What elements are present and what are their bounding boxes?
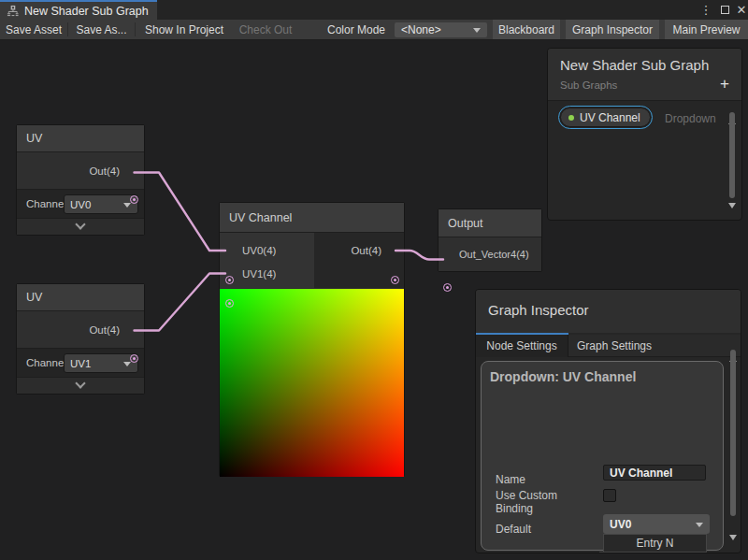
tab-title: New Shader Sub Graph <box>24 5 149 18</box>
shader-sub-graph-icon <box>7 5 19 17</box>
channel-dropdown[interactable]: UV1 <box>64 353 138 373</box>
node-output-row: Out(4) <box>17 311 144 348</box>
close-icon[interactable]: ✕ <box>733 0 748 20</box>
node-title[interactable]: UV Channel <box>220 203 404 233</box>
active-tab-accent <box>476 333 568 335</box>
color-mode-value: <None> <box>401 23 441 36</box>
port-label: Out(4) <box>351 245 381 256</box>
input-column <box>220 233 314 288</box>
port-label: Out(4) <box>89 324 120 336</box>
save-asset-button[interactable]: Save Asset <box>0 20 67 39</box>
blackboard-title: New Shader Sub Graph <box>560 57 709 73</box>
node-output[interactable]: Output Out_Vector4(4) <box>438 208 542 272</box>
scrollbar-thumb[interactable] <box>729 112 735 198</box>
inspector-title: Graph Inspector <box>488 302 589 318</box>
dropdown-settings-section: Dropdown: UV Channel Name UV Channel Use… <box>481 361 724 551</box>
node-channel-row: Channe UV1 <box>17 348 144 377</box>
dropdown-arrow-icon <box>473 28 481 33</box>
use-custom-binding-checkbox[interactable] <box>603 489 616 502</box>
port-out-vector4[interactable] <box>391 276 399 284</box>
node-input-row: Out_Vector4(4) <box>439 237 541 271</box>
node-title[interactable]: UV <box>17 125 144 152</box>
check-out-button: Check Out <box>234 20 297 39</box>
name-label: Name <box>496 473 525 486</box>
main-preview-toggle-button[interactable]: Main Preview <box>665 20 748 39</box>
channel-label: Channe <box>26 357 64 368</box>
port-label: Out(4) <box>89 165 120 177</box>
entries-list: Entry N = UV0 = UV1 + − <box>599 534 713 553</box>
blackboard-panel: New Shader Sub Graph Sub Graphs + UV Cha… <box>547 48 742 221</box>
channel-value: UV0 <box>70 199 91 210</box>
toolbar-separator <box>67 22 68 36</box>
scroll-down-button[interactable] <box>729 540 737 553</box>
default-value: UV0 <box>610 518 631 531</box>
node-uv-bottom[interactable]: UV Out(4) Channe UV1 <box>16 283 145 395</box>
node-port-section: UV0(4) UV1(4) Out(4) <box>220 233 404 288</box>
port-label: Out_Vector4(4) <box>459 249 529 260</box>
tab-node-settings[interactable]: Node Settings <box>476 335 568 357</box>
chevron-down-icon <box>75 378 85 388</box>
dropdown-arrow-icon <box>123 203 131 208</box>
chevron-down-icon <box>75 219 85 229</box>
binding-label-line2: Binding <box>496 502 533 515</box>
toolbar-separator <box>135 22 136 36</box>
blackboard-subtitle: Sub Graphs <box>560 79 617 91</box>
tab-graph-settings[interactable]: Graph Settings <box>569 335 659 357</box>
port-in-uv1[interactable] <box>225 299 234 308</box>
node-uv-top[interactable]: UV Out(4) Channe UV0 <box>16 124 145 236</box>
port-in-vector4[interactable] <box>443 283 452 292</box>
node-collapse-bar[interactable] <box>17 218 144 235</box>
binding-label-line1: Use Custom <box>496 489 557 502</box>
blackboard-toggle-button[interactable]: Blackboard <box>493 20 560 39</box>
dropdown-arrow-icon <box>123 362 131 366</box>
save-as-button[interactable]: Save As... <box>69 20 134 39</box>
exposed-dot-icon <box>568 115 574 121</box>
edge-uv1-to-uvchannel <box>135 274 226 331</box>
add-property-button[interactable]: + <box>720 75 729 93</box>
name-value: UV Channel <box>610 467 672 480</box>
edge-uv0-to-uvchannel <box>135 173 226 251</box>
port-label: UV1(4) <box>242 268 276 280</box>
blackboard-item-name: UV Channel <box>580 111 640 124</box>
blackboard-header[interactable]: New Shader Sub Graph Sub Graphs + <box>548 49 741 101</box>
dropdown-arrow-icon <box>696 523 703 527</box>
kebab-menu-icon[interactable]: ⋮ <box>698 0 714 20</box>
blackboard-item-uv-channel[interactable]: UV Channel <box>560 108 651 127</box>
entry-row-uv0[interactable]: = UV0 <box>599 552 707 553</box>
tab-bar: New Shader Sub Graph ⋮ ✕ <box>0 0 748 20</box>
blackboard-item-type: Dropdown <box>665 112 716 125</box>
entries-column-header: Entry N <box>603 534 707 552</box>
port-label: UV0(4) <box>242 245 276 256</box>
name-field[interactable]: UV Channel <box>603 465 706 481</box>
inspector-tabs: Node Settings Graph Settings <box>476 335 741 357</box>
scrollbar-thumb[interactable] <box>730 350 736 516</box>
maximize-icon[interactable] <box>716 0 733 20</box>
show-in-project-button[interactable]: Show In Project <box>137 20 232 39</box>
default-label: Default <box>496 523 531 536</box>
port-in-uv0[interactable] <box>225 276 234 284</box>
node-output-row: Out(4) <box>17 152 144 189</box>
node-channel-row: Channe UV0 <box>17 189 144 218</box>
scroll-down-button[interactable] <box>728 208 736 221</box>
node-uv-channel[interactable]: UV Channel UV0(4) UV1(4) Out(4) <box>219 202 405 477</box>
section-title: Dropdown: UV Channel <box>490 369 636 384</box>
channel-dropdown[interactable]: UV0 <box>64 194 138 214</box>
uv-gradient-preview <box>220 289 404 477</box>
channel-label: Channe <box>26 198 64 209</box>
node-title[interactable]: UV <box>17 284 144 311</box>
node-title[interactable]: Output <box>439 209 541 237</box>
node-collapse-bar[interactable] <box>17 377 144 394</box>
default-dropdown[interactable]: UV0 <box>603 514 710 534</box>
graph-inspector-toggle-button[interactable]: Graph Inspector <box>566 20 659 39</box>
port-out-vector4[interactable] <box>130 195 138 204</box>
graph-inspector-panel: Graph Inspector Node Settings Graph Sett… <box>475 289 741 553</box>
shader-graph-window: New Shader Sub Graph ⋮ ✕ Save Asset Save… <box>0 0 748 560</box>
toolbar: Save Asset Save As... Show In Project Ch… <box>0 20 748 40</box>
channel-value: UV1 <box>70 358 91 369</box>
color-mode-dropdown[interactable]: <None> <box>395 22 487 37</box>
port-out-vector4[interactable] <box>130 354 138 363</box>
inspector-header[interactable]: Graph Inspector <box>476 290 741 333</box>
tab-new-shader-sub-graph[interactable]: New Shader Sub Graph <box>0 0 157 20</box>
color-mode-label: Color Mode <box>322 20 391 39</box>
